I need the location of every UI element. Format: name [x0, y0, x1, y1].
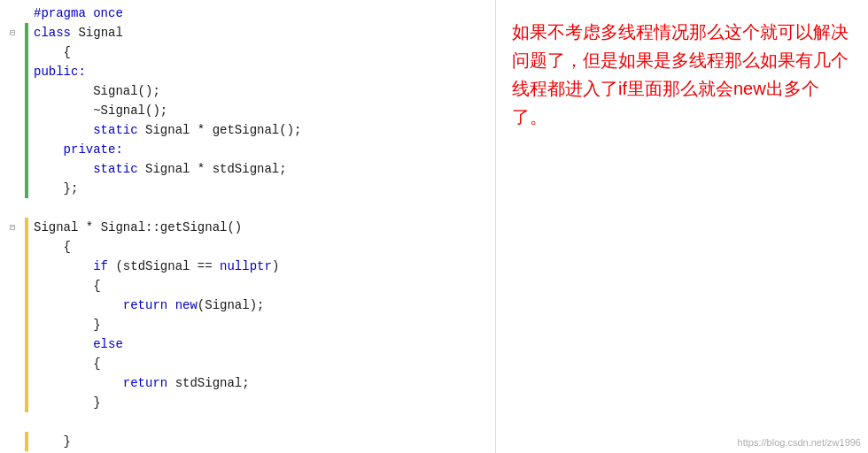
line-text: ~Signal(); [28, 101, 495, 120]
line-gutter [0, 393, 25, 412]
line-text: #pragma once [28, 4, 495, 23]
line-gutter [0, 373, 25, 393]
line-text: else [28, 334, 495, 354]
line-text: private: [28, 140, 495, 159]
line-text: Signal * Signal::getSignal() [28, 218, 495, 237]
line-gutter: ⊟ [0, 218, 25, 237]
code-area: #pragma once⊟class Signal {public: Signa… [0, 0, 495, 453]
collapse-icon[interactable]: ⊟ [6, 221, 19, 234]
line-text: { [28, 237, 495, 257]
code-line [0, 198, 495, 218]
line-gutter [0, 237, 25, 257]
line-text: class Signal [28, 23, 495, 42]
line-gutter [0, 179, 25, 198]
line-text: { [28, 276, 495, 296]
code-line: if (stdSignal == nullptr) [0, 257, 495, 276]
code-line: #pragma once [0, 4, 495, 23]
line-gutter [0, 334, 25, 354]
code-line: } [0, 432, 495, 451]
line-text: } [28, 432, 495, 451]
line-text: { [28, 42, 495, 62]
line-gutter [0, 62, 25, 81]
line-text: return new(Signal); [28, 296, 495, 315]
line-gutter [0, 140, 25, 159]
code-line: { [0, 354, 495, 373]
code-line: public: [0, 62, 495, 81]
code-panel: #pragma once⊟class Signal {public: Signa… [0, 0, 496, 453]
line-text [28, 198, 495, 218]
main-container: #pragma once⊟class Signal {public: Signa… [0, 0, 868, 453]
code-line: return new(Signal); [0, 296, 495, 315]
code-line: } [0, 393, 495, 412]
line-gutter [0, 42, 25, 62]
code-line: return stdSignal; [0, 373, 495, 393]
code-line: static Signal * getSignal(); [0, 120, 495, 140]
annotation-text: 如果不考虑多线程情况那么这个就可以解决问题了，但是如果是多线程那么如果有几个线程… [512, 18, 852, 131]
line-text: } [28, 315, 495, 334]
line-gutter [0, 412, 25, 432]
line-text: if (stdSignal == nullptr) [28, 257, 495, 276]
line-gutter [0, 198, 25, 218]
collapse-icon[interactable]: ⊟ [6, 27, 19, 39]
line-text: }; [28, 179, 495, 198]
code-line: { [0, 42, 495, 62]
line-gutter [0, 120, 25, 140]
line-text [28, 412, 495, 432]
line-gutter [0, 101, 25, 120]
line-gutter [0, 257, 25, 276]
code-line: { [0, 237, 495, 257]
line-text: return stdSignal; [28, 373, 495, 393]
code-line: static Signal * stdSignal; [0, 159, 495, 179]
code-line: ⊟class Signal [0, 23, 495, 42]
line-text: } [28, 393, 495, 412]
line-gutter [0, 81, 25, 101]
code-line: ⊟Signal * Signal::getSignal() [0, 218, 495, 237]
line-gutter [0, 354, 25, 373]
line-gutter [0, 315, 25, 334]
line-gutter [0, 276, 25, 296]
line-text: Signal(); [28, 81, 495, 101]
line-text: public: [28, 62, 495, 81]
code-line: private: [0, 140, 495, 159]
line-gutter [0, 159, 25, 179]
line-gutter [0, 4, 25, 23]
annotation-panel: 如果不考虑多线程情况那么这个就可以解决问题了，但是如果是多线程那么如果有几个线程… [496, 0, 868, 453]
watermark: https://blog.csdn.net/zw1996 [738, 437, 861, 448]
line-text: static Signal * stdSignal; [28, 159, 495, 179]
code-line: } [0, 315, 495, 334]
line-text: static Signal * getSignal(); [28, 120, 495, 140]
code-line: Signal(); [0, 81, 495, 101]
code-line: }; [0, 179, 495, 198]
code-line: ~Signal(); [0, 101, 495, 120]
line-gutter [0, 296, 25, 315]
line-gutter: ⊟ [0, 23, 25, 42]
line-text: { [28, 354, 495, 373]
code-line: { [0, 276, 495, 296]
code-line: else [0, 334, 495, 354]
line-gutter [0, 432, 25, 451]
code-line [0, 412, 495, 432]
